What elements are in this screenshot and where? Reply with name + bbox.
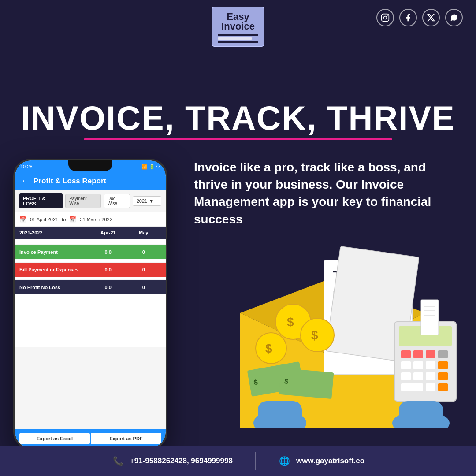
svg-rect-24 bbox=[413, 372, 423, 380]
financial-illustration: TAX $ $ $ bbox=[205, 234, 461, 428]
invoice-payment-label: Invoice Payment bbox=[19, 249, 90, 255]
whatsapp-icon[interactable] bbox=[445, 9, 463, 26]
social-icons-bar bbox=[376, 9, 463, 26]
col-may: May bbox=[126, 230, 162, 235]
calendar-to-icon: 📅 bbox=[69, 216, 76, 223]
logo-container: Easy Invoice bbox=[212, 7, 264, 47]
table-spacer bbox=[15, 239, 166, 244]
svg-rect-26 bbox=[438, 372, 448, 380]
logo-box: Easy Invoice bbox=[212, 7, 264, 47]
logo-line-1 bbox=[218, 34, 258, 36]
invoice-payment-val1: 0.0 bbox=[90, 249, 126, 255]
svg-rect-21 bbox=[426, 361, 435, 369]
headline-container: INVOICE, TRACK, THRIVE bbox=[0, 101, 476, 140]
export-pdf-button[interactable]: Export as PDF bbox=[91, 433, 161, 444]
svg-rect-25 bbox=[426, 372, 435, 380]
no-profit-row: No Profit No Loss 0.0 0 bbox=[15, 280, 166, 294]
invoice-payment-row: Invoice Payment 0.0 0 bbox=[15, 245, 166, 259]
payment-wise-button[interactable]: Payment Wise bbox=[65, 194, 101, 208]
svg-rect-22 bbox=[438, 361, 448, 369]
svg-rect-29 bbox=[438, 383, 448, 391]
instagram-icon[interactable] bbox=[376, 9, 394, 26]
no-profit-val1: 0.0 bbox=[90, 285, 126, 290]
svg-rect-23 bbox=[401, 372, 411, 380]
headline-underline bbox=[84, 138, 392, 140]
screen-filler bbox=[15, 294, 166, 347]
globe-icon: 🌐 bbox=[278, 454, 292, 468]
phone-icon: 📞 bbox=[112, 454, 126, 468]
export-bar: Export as Excel Export as PDF bbox=[15, 429, 166, 448]
svg-text:$: $ bbox=[265, 342, 272, 355]
logo-text-easy: Easy bbox=[227, 12, 249, 22]
svg-rect-45 bbox=[258, 401, 302, 428]
phone-outer: 10:28 📶 🔋77 ← Profit & Loss Report PROFI… bbox=[13, 159, 167, 450]
footer-divider bbox=[255, 452, 256, 470]
profit-loss-filter-row: PROFIT & LOSS Payment Wise Doc Wise 2021… bbox=[15, 190, 166, 212]
row-spacer-1 bbox=[15, 259, 166, 262]
svg-point-2 bbox=[387, 15, 388, 16]
facebook-icon[interactable] bbox=[399, 9, 417, 26]
logo-decoration bbox=[218, 34, 258, 43]
svg-point-1 bbox=[384, 16, 387, 19]
no-profit-label: No Profit No Loss bbox=[19, 285, 90, 290]
svg-rect-30 bbox=[421, 300, 439, 335]
back-arrow-icon[interactable]: ← bbox=[21, 176, 29, 186]
svg-rect-27 bbox=[401, 383, 423, 391]
phone-screen: 10:28 📶 🔋77 ← Profit & Loss Report PROFI… bbox=[15, 160, 166, 448]
main-headline: INVOICE, TRACK, THRIVE bbox=[0, 101, 476, 135]
logo-line-3 bbox=[218, 41, 258, 43]
footer: 📞 +91-9588262428, 9694999998 🌐 www.gayat… bbox=[0, 446, 476, 476]
invoice-payment-val2: 0 bbox=[126, 249, 162, 255]
svg-text:$: $ bbox=[311, 328, 318, 342]
phone-screen-title: Profit & Loss Report bbox=[33, 177, 106, 186]
footer-website: 🌐 www.gayatrisoft.co bbox=[278, 454, 364, 468]
x-icon[interactable] bbox=[422, 9, 440, 26]
phone-container: 10:28 📶 🔋77 ← Profit & Loss Report PROFI… bbox=[13, 159, 181, 458]
svg-rect-15 bbox=[401, 350, 411, 358]
svg-rect-19 bbox=[401, 361, 411, 369]
bill-payment-val2: 0 bbox=[126, 267, 162, 272]
svg-rect-18 bbox=[438, 350, 448, 358]
svg-rect-28 bbox=[426, 383, 435, 391]
svg-rect-47 bbox=[399, 401, 443, 428]
svg-rect-0 bbox=[382, 14, 389, 22]
status-time: 10:28 bbox=[20, 164, 33, 169]
no-profit-val2: 0 bbox=[126, 285, 162, 290]
date-separator: to bbox=[62, 217, 66, 222]
logo-line-2 bbox=[218, 37, 252, 40]
table-header: 2021-2022 Apr-21 May bbox=[15, 227, 166, 239]
svg-rect-16 bbox=[413, 350, 423, 358]
tagline-text: Invoice like a pro, track like a boss, a… bbox=[194, 159, 458, 228]
date-to: 31 March 2022 bbox=[80, 217, 112, 222]
calendar-from-icon: 📅 bbox=[19, 216, 26, 223]
illustration-area: TAX $ $ $ bbox=[190, 220, 476, 441]
profit-loss-label: PROFIT & LOSS bbox=[19, 193, 63, 208]
export-excel-button[interactable]: Export as Excel bbox=[19, 433, 90, 444]
footer-phone-number: +91-9588262428, 9694999998 bbox=[130, 457, 233, 465]
year-dropdown[interactable]: 2021 ▼ bbox=[133, 196, 161, 206]
doc-wise-button[interactable]: Doc Wise bbox=[104, 194, 130, 208]
bill-payment-val1: 0.0 bbox=[90, 267, 126, 272]
col-apr: Apr-21 bbox=[90, 230, 126, 235]
status-icons: 📶 🔋77 bbox=[141, 164, 160, 170]
date-range-row: 📅 01 April 2021 to 📅 31 March 2022 bbox=[15, 212, 166, 227]
bill-payment-row: Bill Payment or Expenses 0.0 0 bbox=[15, 263, 166, 277]
footer-website-url: www.gayatrisoft.co bbox=[296, 457, 364, 465]
phone-header: ← Profit & Loss Report bbox=[15, 173, 166, 190]
svg-rect-17 bbox=[426, 350, 435, 358]
footer-phone: 📞 +91-9588262428, 9694999998 bbox=[112, 454, 233, 468]
date-from: 01 April 2021 bbox=[30, 217, 58, 222]
bill-payment-label: Bill Payment or Expenses bbox=[19, 267, 90, 272]
svg-text:$: $ bbox=[284, 378, 288, 386]
phone-notch bbox=[68, 160, 112, 171]
logo-text-invoice: Invoice bbox=[221, 22, 255, 31]
row-spacer-2 bbox=[15, 277, 166, 279]
svg-text:$: $ bbox=[287, 315, 294, 329]
svg-rect-20 bbox=[413, 361, 423, 369]
col-year: 2021-2022 bbox=[19, 230, 90, 235]
